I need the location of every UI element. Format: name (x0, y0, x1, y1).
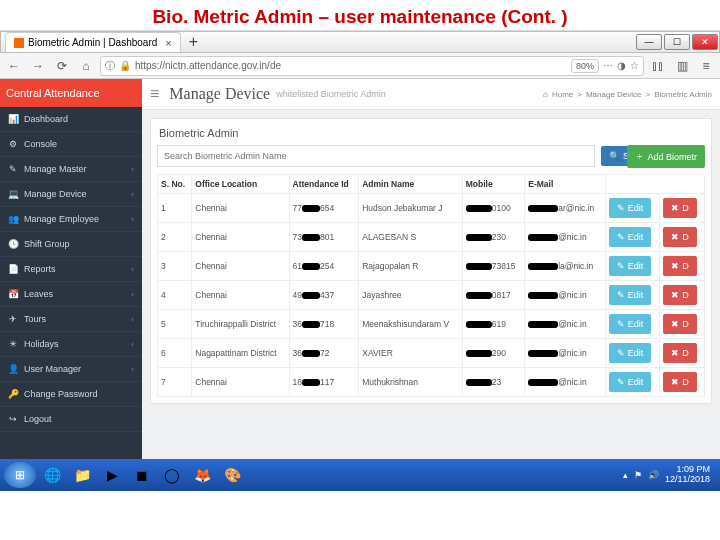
home-button[interactable]: ⌂ (76, 57, 96, 75)
tray-arrow-icon[interactable]: ▴ (623, 470, 628, 480)
paint-icon[interactable]: 🎨 (218, 462, 246, 488)
edit-button[interactable]: ✎ Edit (609, 343, 652, 363)
volume-icon[interactable]: 🔊 (648, 470, 659, 480)
media-icon[interactable]: ▶ (98, 462, 126, 488)
cell-mobile: 73815 (462, 252, 524, 281)
sidebar-item-logout[interactable]: ↪Logout (0, 407, 142, 432)
add-biometric-button[interactable]: ＋ Add Biometr (627, 145, 705, 168)
ie-icon[interactable]: 🌐 (38, 462, 66, 488)
admin-table: S. No.Office LocationAttendance IdAdmin … (157, 174, 705, 397)
sidebar-item-reports[interactable]: 📄Reports‹ (0, 257, 142, 282)
sidebar-icon[interactable]: ▥ (672, 57, 692, 75)
zoom-level[interactable]: 80% (571, 59, 599, 73)
sidebar-item-holidays[interactable]: ☀Holidays‹ (0, 332, 142, 357)
maximize-button[interactable]: ☐ (664, 34, 690, 50)
cell-attendance-id: 18117 (289, 368, 359, 397)
menu-icon: 👥 (8, 214, 18, 224)
library-icon[interactable]: ⫿⫿ (648, 57, 668, 75)
page-title: Manage Device (169, 85, 270, 103)
start-button[interactable]: ⊞ (4, 462, 36, 488)
clock[interactable]: 1:09 PM 12/11/2018 (665, 465, 710, 485)
sidebar-item-manage-device[interactable]: 💻Manage Device‹ (0, 182, 142, 207)
cell-edit: ✎ Edit (605, 368, 660, 397)
sidebar-item-leaves[interactable]: 📅Leaves‹ (0, 282, 142, 307)
search-input[interactable] (157, 145, 595, 167)
cell-admin-name: Jayashree (359, 281, 463, 310)
cell-location: Nagapattinam District (192, 339, 289, 368)
menu-label: Shift Group (24, 239, 70, 249)
delete-button[interactable]: ✖ D (663, 227, 697, 247)
cell-mobile: 23 (462, 368, 524, 397)
new-tab-button[interactable]: + (181, 33, 206, 51)
star-icon[interactable]: ☆ (630, 60, 639, 71)
edit-button[interactable]: ✎ Edit (609, 285, 652, 305)
edit-button[interactable]: ✎ Edit (609, 314, 652, 334)
cell-delete: ✖ D (660, 223, 705, 252)
url-field[interactable]: ⓘ 🔒 https://nictn.attendance.gov.in/de 8… (100, 56, 644, 76)
flag-icon[interactable]: ⚑ (634, 470, 642, 480)
chevron-left-icon: ‹ (131, 165, 134, 174)
edit-button[interactable]: ✎ Edit (609, 256, 652, 276)
more-icon[interactable]: ⋯ (603, 60, 613, 71)
close-window-button[interactable]: ✕ (692, 34, 718, 50)
cell-admin-name: ALAGESAN S (359, 223, 463, 252)
delete-button[interactable]: ✖ D (663, 343, 697, 363)
cell-sno: 7 (158, 368, 192, 397)
sidebar-item-user-manager[interactable]: 👤User Manager‹ (0, 357, 142, 382)
home-icon[interactable]: ⌂ (543, 90, 548, 99)
edit-button[interactable]: ✎ Edit (609, 198, 652, 218)
firefox-icon[interactable]: 🦊 (188, 462, 216, 488)
reload-button[interactable]: ⟳ (52, 57, 72, 75)
menu-label: Manage Employee (24, 214, 99, 224)
browser-titlebar: Biometric Admin | Dashboard × + — ☐ ✕ (0, 31, 720, 53)
edit-button[interactable]: ✎ Edit (609, 227, 652, 247)
shield-icon[interactable]: ◑ (617, 60, 626, 71)
cell-attendance-id: 73801 (289, 223, 359, 252)
delete-button[interactable]: ✖ D (663, 314, 697, 334)
edit-button[interactable]: ✎ Edit (609, 372, 652, 392)
explorer-icon[interactable]: 📁 (68, 462, 96, 488)
chevron-left-icon: ‹ (131, 290, 134, 299)
menu-icon: ⚙ (8, 139, 18, 149)
cell-delete: ✖ D (660, 281, 705, 310)
delete-button[interactable]: ✖ D (663, 372, 697, 392)
chrome-icon[interactable]: ◯ (158, 462, 186, 488)
cell-admin-name: Hudson Jebakumar J (359, 194, 463, 223)
minimize-button[interactable]: — (636, 34, 662, 50)
sidebar-item-manage-master[interactable]: ✎Manage Master‹ (0, 157, 142, 182)
cell-admin-name: Meenakshisundaram V (359, 310, 463, 339)
delete-button[interactable]: ✖ D (663, 198, 697, 218)
delete-icon: ✖ (671, 203, 679, 213)
sidebar-item-shift-group[interactable]: 🕓Shift Group (0, 232, 142, 257)
menu-label: Change Password (24, 389, 98, 399)
cell-mobile: 290 (462, 339, 524, 368)
sidebar-item-dashboard[interactable]: 📊Dashboard (0, 107, 142, 132)
hamburger-icon[interactable]: ≡ (150, 85, 159, 103)
delete-button[interactable]: ✖ D (663, 256, 697, 276)
column-header-actions (605, 175, 704, 194)
breadcrumb-item[interactable]: Home (552, 90, 573, 99)
breadcrumb-item[interactable]: Manage Device (586, 90, 642, 99)
delete-button[interactable]: ✖ D (663, 285, 697, 305)
sidebar-item-console[interactable]: ⚙Console (0, 132, 142, 157)
tab-close-icon[interactable]: × (165, 37, 171, 49)
cell-delete: ✖ D (660, 252, 705, 281)
cell-delete: ✖ D (660, 339, 705, 368)
cell-admin-name: XAVIER (359, 339, 463, 368)
app-icon[interactable]: ◼ (128, 462, 156, 488)
cell-delete: ✖ D (660, 194, 705, 223)
add-button-label: Add Biometr (647, 152, 697, 162)
menu-icon: 🔑 (8, 389, 18, 399)
sidebar-item-manage-employee[interactable]: 👥Manage Employee‹ (0, 207, 142, 232)
browser-window: Biometric Admin | Dashboard × + — ☐ ✕ ← … (0, 31, 720, 79)
sidebar-item-change-password[interactable]: 🔑Change Password (0, 382, 142, 407)
edit-icon: ✎ (617, 377, 625, 387)
browser-tab[interactable]: Biometric Admin | Dashboard × (5, 32, 181, 52)
back-button[interactable]: ← (4, 57, 24, 75)
menu-label: Dashboard (24, 114, 68, 124)
tab-title: Biometric Admin | Dashboard (28, 37, 157, 48)
forward-button[interactable]: → (28, 57, 48, 75)
menu-icon[interactable]: ≡ (696, 57, 716, 75)
column-header: Attendance Id (289, 175, 359, 194)
sidebar-item-tours[interactable]: ✈Tours‹ (0, 307, 142, 332)
